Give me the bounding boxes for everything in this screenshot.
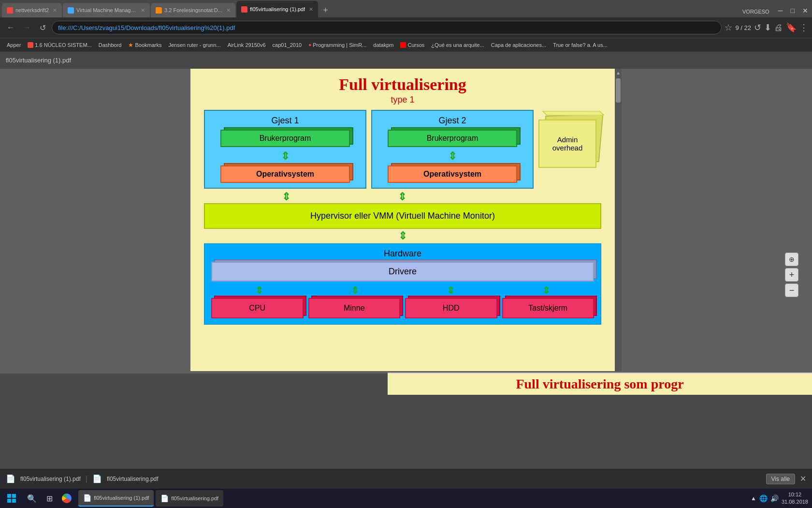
zoom-out-button[interactable]: − <box>785 284 798 297</box>
bookmark-jensen[interactable]: Jensen ruter - grunn... <box>165 41 223 49</box>
download-pdf-icon[interactable]: ⬇ <box>764 22 771 33</box>
hypervisor-label: Hypervisor eller VMM (Virtuell Machine M… <box>310 211 495 221</box>
pdf-content-area: Full virtualisering type 1 Gjest 1 Bruke… <box>0 69 812 374</box>
bottom-page-title: Full virtualisering som progr <box>516 376 683 392</box>
bookmark-cap01[interactable]: cap01_2010 <box>270 41 305 49</box>
hypervisor-section: Hypervisor eller VMM (Virtuell Machine M… <box>204 203 601 229</box>
bookmark-truefalse[interactable]: True or false? a. A us... <box>550 41 610 49</box>
print-icon[interactable]: 🖨 <box>774 23 783 33</box>
hdd-box: HDD <box>405 298 497 318</box>
tab-favicon-1 <box>7 7 13 14</box>
window-minimize[interactable]: ─ <box>774 7 787 15</box>
svg-rect-3 <box>12 499 16 503</box>
hw-components-row: CPU Minne HDD Tast/skjerm <box>211 298 594 318</box>
right-scrollbar[interactable]: ▲ <box>615 69 622 371</box>
guest2-title: Gjest 2 <box>438 116 466 126</box>
diagram-title: Full virtualisering <box>204 75 601 94</box>
guest1-brukerprogram: Brukerprogram <box>220 130 350 147</box>
tab-vm-manage[interactable]: Virtual Machine Manage... ✕ <box>63 3 150 17</box>
dl-filename-1: fl05virtualisering (1).pdf <box>20 476 81 482</box>
taskbar: 🔍 ⊞ 📄 fl05virtualisering (1).pdf 📄 fl05v… <box>0 489 812 508</box>
window-close[interactable]: ✕ <box>798 7 812 15</box>
menu-icon[interactable]: ⋮ <box>799 22 808 33</box>
zoom-in-button[interactable]: + <box>785 268 798 282</box>
hypervisor-hardware-arrow: ⇕ <box>204 230 601 242</box>
drivere-section: Drivere <box>211 262 594 282</box>
tab-nettverksdrift[interactable]: nettverksdrift2 ✕ <box>2 3 62 17</box>
bookmark-panel-icon[interactable]: 🔖 <box>786 22 797 33</box>
hardware-title: Hardware <box>211 249 594 259</box>
dl-pdf-icon-2: 📄 <box>92 474 102 483</box>
bookmark-arquitecte[interactable]: ¿Qué es una arquite... <box>428 41 487 49</box>
guests-admin-row: Gjest 1 Brukerprogram ⇕ Operativsystem <box>204 110 601 189</box>
guest2-box: Gjest 2 Brukerprogram ⇕ Operativsystem <box>371 110 534 189</box>
tray-up-icon[interactable]: ▲ <box>751 495 756 502</box>
guest2-operativsystem: Operativsystem <box>388 165 517 183</box>
tab-pdf-active[interactable]: fl05virtualisering (1).pdf ✕ <box>236 1 318 17</box>
taskbar-item-pdf1[interactable]: 📄 fl05virtualisering (1).pdf <box>78 490 154 507</box>
scroll-up-btn[interactable]: ▲ <box>616 70 621 75</box>
bookmark-datakpm[interactable]: datakpm <box>370 41 396 49</box>
tab-favicon-4 <box>241 6 247 13</box>
tastskjerm-box: Tast/skjerm <box>502 298 594 318</box>
browser-window: nettverksdrift2 ✕ Virtual Machine Manage… <box>0 0 812 508</box>
cpu-arrow: ⇕ <box>255 284 263 296</box>
address-input[interactable]: file:///C:/Users/zvagui15/Downloads/fl05… <box>52 21 722 34</box>
vis-alle-button[interactable]: Vis alle <box>766 474 795 484</box>
system-tray: ▲ 🌐 🔊 10:12 31.08.2018 <box>751 491 812 506</box>
diagram-subtitle: type 1 <box>204 95 601 105</box>
bookmark-airlink[interactable]: AirLink 29150v6 <box>225 41 269 49</box>
tab-close-3[interactable]: ✕ <box>226 7 231 14</box>
bookmark-dashbord[interactable]: Dashbord <box>96 41 125 49</box>
address-bar-row: ← → ↺ file:///C:/Users/zvagui15/Download… <box>0 17 812 38</box>
bookmark-star-icon[interactable]: ☆ <box>725 22 732 33</box>
component-arrows-row: ⇕ ⇕ ⇕ ⇕ <box>211 284 594 296</box>
start-button[interactable] <box>0 489 23 508</box>
tab-favicon-3 <box>156 7 162 14</box>
admin-line1: Admin <box>557 135 578 144</box>
tast-arrow: ⇕ <box>542 284 551 296</box>
clock-display[interactable]: 10:12 31.08.2018 <box>782 491 808 506</box>
bookmark-nucleo[interactable]: 1.6 NÚCLEO SISTEM... <box>25 41 94 49</box>
network-tray-icon[interactable]: 🌐 <box>759 494 768 502</box>
back-button[interactable]: ← <box>4 21 17 34</box>
tab-label-4: fl05virtualisering (1).pdf <box>250 6 305 12</box>
hypervisor-bar: Hypervisor eller VMM (Virtuell Machine M… <box>204 203 601 229</box>
reload-pdf-icon[interactable]: ↺ <box>754 22 761 33</box>
forward-button[interactable]: → <box>20 21 34 34</box>
dl-separator: | <box>86 475 87 483</box>
pdf-page-info: 9 / 22 <box>735 24 751 31</box>
tab-close-2[interactable]: ✕ <box>141 7 145 14</box>
task-view-button[interactable]: ⊞ <box>41 489 58 508</box>
minne-arrow: ⇕ <box>351 284 359 296</box>
tab-close-1[interactable]: ✕ <box>53 7 57 14</box>
volume-tray-icon[interactable]: 🔊 <box>770 494 779 502</box>
pdf-toolbar: fl05virtualisering (1).pdf <box>0 51 812 69</box>
window-maximize[interactable]: □ <box>787 7 798 15</box>
guest2-arrow-down: ⇕ <box>448 150 457 163</box>
chrome-taskbar-item[interactable] <box>58 489 75 508</box>
apps-button[interactable]: Apper <box>4 41 24 49</box>
bookmark-cursos[interactable]: Cursos <box>397 41 427 49</box>
tab-close-4[interactable]: ✕ <box>309 6 313 13</box>
minne-box: Minne <box>308 298 401 318</box>
admin-line2: overhead <box>552 144 583 152</box>
taskbar-item-pdf2[interactable]: 📄 fl05virtualisering.pdf <box>156 490 223 507</box>
tab-label-2: Virtual Machine Manage... <box>76 7 137 13</box>
reload-button[interactable]: ↺ <box>37 21 49 34</box>
tab-bar: nettverksdrift2 ✕ Virtual Machine Manage… <box>0 0 812 17</box>
svg-rect-2 <box>7 499 11 503</box>
dl-close-icon[interactable]: ✕ <box>800 474 806 483</box>
guest2-brukerprogram: Brukerprogram <box>388 130 517 147</box>
tab-favicon-2 <box>68 7 74 14</box>
tab-label-3: 3.2 Forelesingsnotat:D... <box>164 7 222 13</box>
bookmark-bookmarks[interactable]: ★ Bookmarks <box>125 41 164 49</box>
scroll-thumb[interactable] <box>616 78 621 103</box>
bookmark-programming[interactable]: ● Programming | SimR... <box>305 41 369 49</box>
zoom-fit-button[interactable]: ⊕ <box>785 253 798 266</box>
new-tab-button[interactable]: + <box>319 5 332 15</box>
tab-forelesing[interactable]: 3.2 Forelesingsnotat:D... ✕ <box>151 3 235 17</box>
pdf-filename-label: fl05virtualisering (1).pdf <box>6 57 71 64</box>
search-taskbar-button[interactable]: 🔍 <box>23 489 41 508</box>
bookmark-capa[interactable]: Capa de aplicaciones... <box>488 41 549 49</box>
